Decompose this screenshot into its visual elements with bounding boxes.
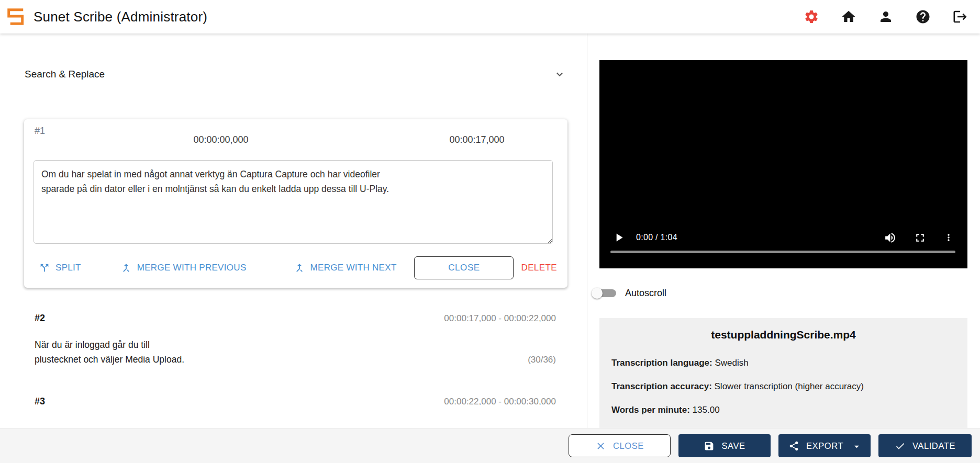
close-button[interactable]: CLOSE [569, 434, 671, 457]
segment-number: #2 [35, 313, 45, 324]
info-value: Swedish [712, 358, 749, 368]
chevron-down-icon[interactable] [553, 68, 566, 81]
more-options-icon[interactable] [943, 231, 954, 244]
segment-row-header: #3 00:00:22,000 - 00:00:30,000 [35, 396, 556, 405]
page-title: Sunet Scribe (Administrator) [34, 9, 207, 25]
action-bar: CLOSE SAVE EXPORT VALIDATE [0, 428, 980, 463]
close-label: CLOSE [613, 441, 644, 451]
info-label: Words per minute: [611, 405, 690, 415]
save-button[interactable]: SAVE [678, 434, 771, 457]
info-value: Slower transcription (higher accuracy) [712, 381, 864, 391]
search-replace-label: Search & Replace [25, 69, 105, 80]
play-icon[interactable] [612, 231, 626, 244]
merge-next-icon [294, 262, 305, 274]
share-icon [788, 441, 799, 451]
info-label: Transcription language: [611, 358, 712, 368]
segment-row-2[interactable]: #2 00:00:17,000 - 00:00:22,000 När du är… [35, 313, 556, 367]
header-nav [804, 9, 980, 25]
sunet-logo-icon [6, 7, 26, 27]
end-timestamp[interactable]: 00:00:17,000 [414, 134, 540, 145]
video-controls-right [884, 231, 967, 244]
segment-number: #3 [35, 396, 45, 405]
close-x-icon [595, 441, 606, 451]
segment-close-button[interactable]: CLOSE [414, 256, 514, 279]
file-info-card: testuppladdningScribe.mp4 Transcription … [599, 318, 967, 428]
split-icon [39, 262, 50, 274]
person-icon[interactable] [878, 9, 894, 25]
merge-with-next-button[interactable]: MERGE WITH NEXT [294, 262, 397, 274]
segment-editor-card: #1 00:00:00,000 00:00:17,000 Om du har s… [24, 119, 567, 288]
logout-icon[interactable] [952, 9, 968, 25]
video-controls: 0:00 / 1:04 [599, 228, 967, 247]
segment-row-3[interactable]: #3 00:00:22,000 - 00:00:30,000 [35, 396, 556, 405]
editor-actions: SPLIT MERGE WITH PREVIOUS MERGE WITH NEX… [34, 256, 557, 279]
char-counter: (30/36) [528, 355, 556, 365]
video-progress-bar[interactable] [610, 251, 955, 253]
search-replace-header[interactable]: Search & Replace [25, 68, 566, 81]
app-header: Sunet Scribe (Administrator) [0, 0, 980, 33]
volume-icon[interactable] [884, 231, 897, 244]
autoscroll-control: Autoscroll [593, 288, 666, 299]
segment-row-header: #2 00:00:17,000 - 00:00:22,000 [35, 313, 556, 324]
merge-next-label: MERGE WITH NEXT [310, 263, 397, 273]
media-pane: 0:00 / 1:04 Autoscroll testuppladdningSc… [588, 33, 980, 428]
help-icon[interactable] [915, 9, 931, 25]
video-time-display: 0:00 / 1:04 [636, 233, 677, 242]
video-player[interactable]: 0:00 / 1:04 [599, 60, 967, 268]
segment-time-range: 00:00:22,000 - 00:00:30,000 [444, 397, 556, 405]
validate-button[interactable]: VALIDATE [878, 434, 972, 457]
save-label: SAVE [721, 441, 745, 451]
info-row-wpm: Words per minute: 135.00 [611, 405, 720, 415]
export-label: EXPORT [806, 441, 843, 451]
segment-time-range: 00:00:17,000 - 00:00:22,000 [444, 313, 556, 324]
segment-delete-button[interactable]: DELETE [521, 263, 557, 273]
check-icon [895, 441, 906, 451]
home-icon[interactable] [841, 9, 856, 25]
info-label: Transcription accuracy: [611, 381, 712, 391]
toggle-thumb [592, 288, 603, 299]
transcript-pane: Search & Replace #1 00:00:00,000 00:00:1… [0, 33, 587, 428]
settings-gear-icon[interactable] [804, 9, 819, 25]
segment-text-input[interactable]: Om du har spelat in med något annat verk… [34, 160, 553, 244]
save-icon [704, 441, 715, 451]
info-value: 135.00 [690, 405, 720, 415]
info-row-accuracy: Transcription accuracy: Slower transcrip… [611, 381, 864, 392]
filename: testuppladdningScribe.mp4 [599, 329, 967, 341]
export-button[interactable]: EXPORT [778, 434, 871, 457]
segment-number: #1 [35, 126, 45, 137]
split-label: SPLIT [55, 263, 81, 273]
autoscroll-toggle[interactable] [593, 289, 616, 297]
fullscreen-icon[interactable] [914, 231, 927, 244]
split-button[interactable]: SPLIT [39, 262, 81, 274]
autoscroll-label: Autoscroll [625, 288, 666, 299]
merge-with-previous-button[interactable]: MERGE WITH PREVIOUS [120, 262, 247, 274]
dropdown-caret-icon [851, 441, 861, 450]
validate-label: VALIDATE [912, 441, 955, 451]
merge-previous-label: MERGE WITH PREVIOUS [137, 263, 247, 273]
segment-text: När du är inloggad går du till plusteckn… [35, 337, 556, 367]
info-row-language: Transcription language: Swedish [611, 358, 749, 368]
start-timestamp[interactable]: 00:00:00,000 [158, 134, 284, 145]
merge-previous-icon [120, 262, 132, 274]
